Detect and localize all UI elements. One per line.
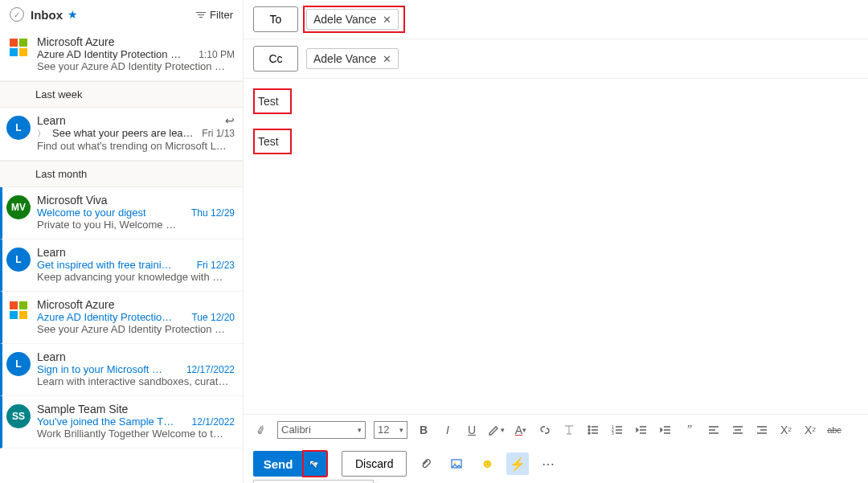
avatar: L <box>6 116 31 140</box>
font-size-value: 12 <box>378 424 389 436</box>
message-list-pane: ✓ Inbox ★ Filter Microsoft Azure Azure A… <box>0 0 244 483</box>
body-text[interactable]: Test <box>253 129 292 154</box>
email-item[interactable]: MV Microsoft Viva Welcome to your digest… <box>0 187 243 239</box>
more-options-icon[interactable]: ⋯ <box>537 452 559 475</box>
email-date: 1:10 PM <box>199 49 235 60</box>
svg-text:3: 3 <box>612 431 614 436</box>
email-item[interactable]: L Learn Get inspired with free traini…Fr… <box>0 239 243 292</box>
email-subject: Get inspired with free traini… <box>37 259 192 271</box>
email-subject: Welcome to your digest <box>37 207 186 219</box>
email-item[interactable]: SS Sample Team Site You've joined the Sa… <box>0 396 243 448</box>
format-toolbar: ✐ Calibri▾ 12▾ B I U ▾ A▾ 123 ” X2 X2 ab… <box>244 414 868 444</box>
number-list-button[interactable]: 123 <box>609 420 625 440</box>
subscript-button[interactable]: X2 <box>802 420 818 440</box>
microsoft-logo-icon <box>10 39 27 56</box>
bold-button[interactable]: B <box>416 420 432 440</box>
email-subject: Azure AD Identity Protection … <box>37 48 194 60</box>
message-body-area[interactable]: Test <box>244 114 868 414</box>
avatar: L <box>6 248 31 272</box>
subject-input[interactable]: Test <box>253 88 292 114</box>
email-preview: See your Azure AD Identity Protection … <box>37 60 235 72</box>
send-split-button: Send ▾ ↖ <box>253 451 327 477</box>
select-all-checkbox[interactable]: ✓ <box>10 7 24 22</box>
svg-point-2 <box>588 432 590 434</box>
recipient-chip-to[interactable]: Adele Vance ✕ <box>306 9 399 30</box>
email-preview: Work Brilliantly Together Welcome to t… <box>37 428 235 440</box>
filter-icon <box>195 12 207 18</box>
font-size-select[interactable]: 12▾ <box>374 421 407 439</box>
indent-button[interactable] <box>657 420 674 440</box>
email-date: Fri 1/13 <box>202 128 235 139</box>
underline-button[interactable]: U <box>464 420 480 440</box>
send-dropdown-button[interactable]: ▾ ↖ <box>303 451 327 477</box>
quick-actions-icon[interactable]: ⚡ <box>506 452 529 475</box>
email-from: Learn <box>37 114 66 127</box>
cursor-icon: ↖ <box>309 457 318 470</box>
strikethrough-button[interactable]: abc <box>826 420 842 440</box>
cc-row: Cc Adele Vance ✕ <box>244 39 868 79</box>
to-button[interactable]: To <box>253 6 298 32</box>
email-preview: Learn with interactive sandboxes, curat… <box>37 375 235 387</box>
font-family-select[interactable]: Calibri▾ <box>277 421 366 439</box>
highlight-color-button[interactable]: ▾ <box>488 420 505 440</box>
cc-button[interactable]: Cc <box>253 46 298 72</box>
clear-formatting-button[interactable] <box>561 420 577 440</box>
email-date: 12/1/2022 <box>192 416 235 428</box>
discard-button[interactable]: Discard <box>342 451 407 477</box>
email-date: Tue 12/20 <box>191 312 235 323</box>
format-painter-icon[interactable]: ✐ <box>253 420 269 440</box>
group-header-last-week: Last week <box>0 81 243 108</box>
reply-icon: ↩ <box>225 114 235 127</box>
email-subject: Sign in to your Microsoft … <box>37 363 182 375</box>
favorite-star-icon[interactable]: ★ <box>68 8 78 21</box>
email-date: Fri 12/23 <box>197 260 235 271</box>
email-subject: See what your peers are lea… <box>52 127 197 139</box>
email-from: Learn <box>37 350 66 363</box>
email-from: Microsoft Viva <box>37 194 108 207</box>
bullet-list-button[interactable] <box>585 420 601 440</box>
to-chip-highlight: Adele Vance ✕ <box>306 9 399 30</box>
email-preview: Find out what's trending on Microsoft L… <box>37 140 235 152</box>
italic-button[interactable]: I <box>440 420 456 440</box>
to-row: To Adele Vance ✕ <box>244 0 868 39</box>
remove-recipient-icon[interactable]: ✕ <box>383 53 391 65</box>
align-right-button[interactable] <box>754 420 770 440</box>
filter-label: Filter <box>210 9 233 21</box>
email-from: Microsoft Azure <box>37 298 114 311</box>
font-color-button[interactable]: A▾ <box>513 420 529 440</box>
email-date: Thu 12/29 <box>191 207 235 219</box>
avatar: SS <box>6 404 31 428</box>
svg-point-1 <box>588 429 590 431</box>
email-list: Microsoft Azure Azure AD Identity Protec… <box>0 29 243 483</box>
quote-button[interactable]: ” <box>682 420 698 440</box>
send-options-menu: Send Schedule send <box>253 480 374 483</box>
email-preview: See your Azure AD Identity Protection … <box>37 323 235 335</box>
outdent-button[interactable] <box>633 420 649 440</box>
recipient-chip-cc[interactable]: Adele Vance ✕ <box>306 48 399 69</box>
compose-action-bar: Send ▾ ↖ Discard ☻ ⚡ ⋯ Send Schedule sen… <box>244 444 868 483</box>
email-item[interactable]: L Learn Sign in to your Microsoft …12/17… <box>0 344 243 396</box>
chevron-right-icon: 〉 <box>37 128 46 140</box>
email-date: 12/17/2022 <box>186 364 235 375</box>
superscript-button[interactable]: X2 <box>778 420 794 440</box>
email-preview: Keep advancing your knowledge with … <box>37 271 235 283</box>
email-item[interactable]: Microsoft Azure Azure AD Identity Protec… <box>0 29 243 81</box>
attach-file-icon[interactable] <box>415 452 437 475</box>
insert-image-icon[interactable] <box>445 452 468 475</box>
recipient-name: Adele Vance <box>313 13 376 26</box>
microsoft-logo-icon <box>10 301 27 319</box>
email-item[interactable]: L Learn↩ 〉See what your peers are lea…Fr… <box>0 108 243 161</box>
email-subject: Azure AD Identity Protectio… <box>37 311 186 323</box>
svg-point-0 <box>588 426 590 428</box>
emoji-icon[interactable]: ☻ <box>476 452 498 475</box>
filter-button[interactable]: Filter <box>195 9 233 21</box>
email-item[interactable]: Microsoft Azure Azure AD Identity Protec… <box>0 292 243 344</box>
font-family-value: Calibri <box>281 424 311 436</box>
recipient-name: Adele Vance <box>313 52 376 65</box>
email-subject: You've joined the Sample T… <box>37 415 187 428</box>
remove-recipient-icon[interactable]: ✕ <box>383 14 391 26</box>
align-center-button[interactable] <box>730 420 746 440</box>
align-left-button[interactable] <box>706 420 722 440</box>
send-button[interactable]: Send <box>253 451 303 477</box>
insert-link-button[interactable] <box>537 420 553 440</box>
